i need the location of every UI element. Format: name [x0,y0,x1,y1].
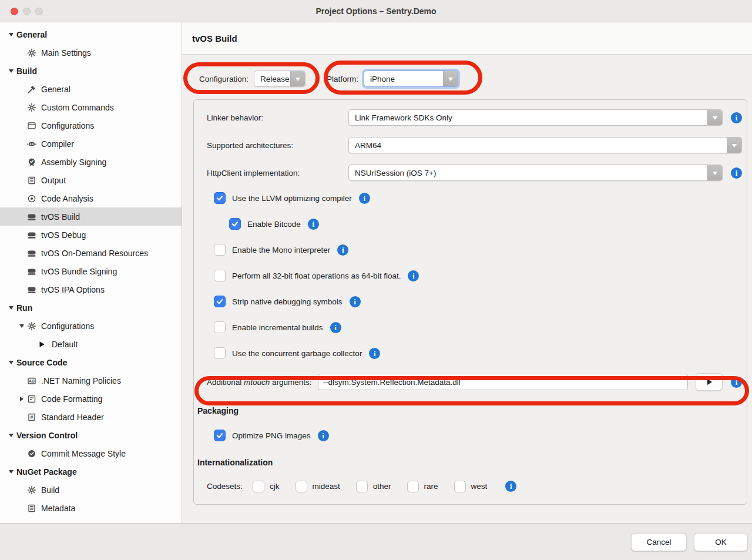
chevron-down-icon [707,165,722,180]
info-icon[interactable]: i [359,193,370,204]
sidebar-item-nuget-package[interactable]: NuGet Package [0,462,182,481]
run-arguments-button[interactable] [696,373,723,391]
mtouch-arguments-input[interactable] [318,374,688,390]
sidebar-item-general[interactable]: General [0,80,182,98]
incremental-builds-row: Enable incremental builds i [214,321,742,333]
zoom-button[interactable] [35,8,43,15]
codeset-west: west [454,481,488,492]
titlebar: Project Options – Sentry.Demo [0,0,752,22]
optimize-png-row: Optimize PNG images i [214,430,742,441]
project-options-window: Project Options – Sentry.Demo General Ma… [0,0,752,560]
incremental-builds-checkbox[interactable] [214,321,226,333]
codeset-west-checkbox[interactable] [454,481,466,492]
minimize-button[interactable] [23,8,31,15]
info-icon[interactable]: i [330,322,341,333]
linker-behavior-dropdown[interactable]: Link Framework SDKs Only [348,109,723,126]
platform-dropdown[interactable]: iPhone [364,71,458,87]
robot-icon [27,139,41,149]
sidebar-item-tvos-ipa-options[interactable]: tvOS IPA Options [0,280,182,299]
info-icon[interactable]: i [308,219,319,230]
appletv-icon [27,230,41,240]
codeset-rare-checkbox[interactable] [407,481,419,492]
sidebar-item-metadata[interactable]: Metadata [0,499,182,517]
appletv-icon [27,267,41,276]
mono-interpreter-checkbox[interactable] [214,244,226,256]
mtouch-arguments-label: Additional mtouch arguments: [207,378,312,387]
sidebar-item-assembly-signing[interactable]: Assembly Signing [0,153,182,171]
llvm-compiler-checkbox[interactable] [214,192,226,204]
sidebar-item-tvos-debug[interactable]: tvOS Debug [0,226,182,244]
configuration-dropdown[interactable]: Release [254,71,306,87]
info-icon[interactable]: i [731,167,742,179]
window-icon [27,121,41,130]
sidebar-item-tvos-on-demand-resources[interactable]: tvOS On-Demand Resources [0,244,182,262]
internationalization-heading: Internationalization [197,458,742,467]
codeset-other-checkbox[interactable] [356,481,368,492]
info-icon[interactable]: i [731,377,742,388]
sidebar-item-standard-header[interactable]: # Standard Header [0,408,182,426]
sidebar-item-tvos-bundle-signing[interactable]: tvOS Bundle Signing [0,262,182,280]
ok-button[interactable]: OK [694,533,748,551]
sidebar-item-general[interactable]: General [0,25,182,43]
cancel-button[interactable]: Cancel [631,533,687,551]
play-icon [707,379,712,385]
sidebar-item-configurations[interactable]: Configurations [0,317,182,335]
doc-lines-icon [27,176,41,185]
ab-box-icon: AB [27,376,41,385]
sidebar-item-custom-commands[interactable]: Custom Commands [0,98,182,116]
sidebar-item-build[interactable]: Build [0,62,182,80]
supported-architectures-dropdown[interactable]: ARM64 [348,137,742,153]
sidebar-item-commit-message-style[interactable]: Commit Message Style [0,444,182,462]
disclosure-down-icon [6,303,16,312]
sidebar-item-net-naming-policies[interactable]: AB .NET Naming Policies [0,371,182,390]
sidebar-item-build[interactable]: Build [0,481,182,499]
strip-symbols-row: Strip native debugging symbols i [214,296,742,307]
appletv-icon [27,249,41,258]
appletv-icon [27,212,41,222]
sidebar-item-output[interactable]: Output [0,171,182,189]
disclosure-down-icon [16,321,27,330]
sidebar-item-code-analysis[interactable]: Code Analysis [0,189,182,207]
sidebar-item-source-code[interactable]: Source Code [0,353,182,371]
float-64-checkbox[interactable] [214,270,226,281]
sidebar-item-configurations[interactable]: Configurations [0,116,182,135]
strip-symbols-checkbox[interactable] [214,296,226,307]
info-icon[interactable]: i [369,348,380,359]
codeset-mideast-checkbox[interactable] [296,481,307,492]
linker-behavior-row: Linker behavior: Link Framework SDKs Onl… [207,109,742,126]
doc-hash-icon: # [27,413,41,422]
doc-format-icon [27,394,41,404]
tvos-build-settings-group: Linker behavior: Link Framework SDKs Onl… [193,99,747,505]
doc-lines-icon [27,504,41,513]
disclosure-down-icon [6,358,16,367]
info-icon[interactable]: i [505,481,516,492]
optimize-png-checkbox[interactable] [214,430,226,441]
info-icon[interactable]: i [318,430,329,441]
supported-architectures-row: Supported architectures: ARM64 [207,137,742,153]
info-icon[interactable]: i [337,244,348,256]
sidebar-item-tvos-build[interactable]: tvOS Build [0,207,182,226]
codeset-cjk-checkbox[interactable] [253,481,264,492]
concurrent-gc-row: Use the concurrent garbage collector i [214,347,742,359]
sidebar-item-code-formatting[interactable]: Code Formatting [0,390,182,408]
enable-bitcode-row: Enable Bitcode i [229,218,742,230]
appletv-icon [27,285,41,294]
info-icon[interactable]: i [408,270,419,281]
badge-check-icon [27,157,41,167]
sidebar-item-default[interactable]: Default [0,335,182,353]
httpclient-implementation-dropdown[interactable]: NSUrlSession (iOS 7+) [348,165,723,181]
codeset-cjk: cjk [253,481,280,492]
main-panel: tvOS Build Configuration: Release Platfo… [182,22,752,523]
enable-bitcode-checkbox[interactable] [229,218,241,230]
disclosure-down-icon [6,30,16,39]
concurrent-gc-checkbox[interactable] [214,347,226,359]
close-button[interactable] [11,8,18,15]
sidebar-item-compiler[interactable]: Compiler [0,135,182,153]
info-icon[interactable]: i [731,112,742,123]
panel-header: tvOS Build [182,22,752,55]
sidebar-item-version-control[interactable]: Version Control [0,426,182,444]
sidebar-item-run[interactable]: Run [0,299,182,317]
info-icon[interactable]: i [350,296,361,307]
page-title: tvOS Build [192,33,237,43]
sidebar-item-main-settings[interactable]: Main Settings [0,43,182,62]
